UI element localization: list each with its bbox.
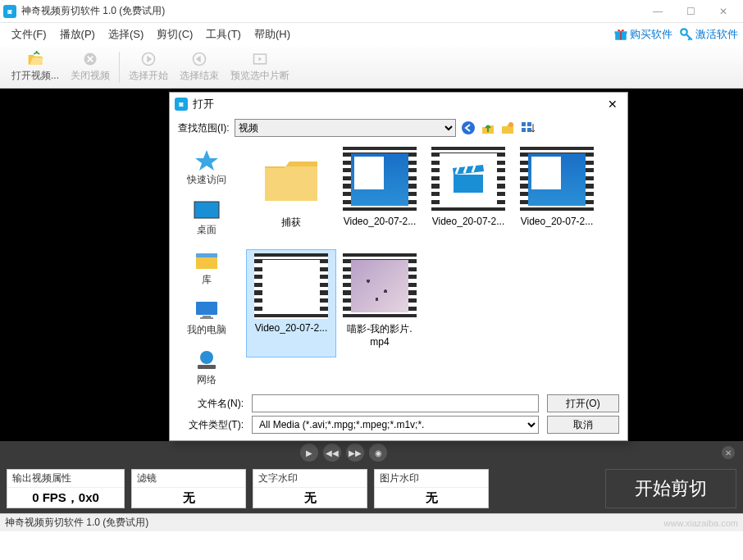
filter-header: 滤镜 <box>132 470 245 488</box>
output-props-header: 输出视频属性 <box>7 470 124 488</box>
cancel-button[interactable]: 取消 <box>547 416 619 434</box>
close-button[interactable]: ✕ <box>707 1 740 22</box>
file-item[interactable]: Video_20-07-2... <box>424 143 513 250</box>
transport-bar: ▶ ◀◀ ▶▶ ◉ ✕ <box>0 441 743 464</box>
file-item[interactable]: Video_20-07-2... <box>513 143 601 250</box>
menu-cut[interactable]: 剪切(C) <box>150 27 199 42</box>
video-thumbnail <box>343 253 417 319</box>
minimize-button[interactable]: — <box>641 1 674 22</box>
svg-rect-12 <box>522 122 526 126</box>
close-video-label: 关闭视频 <box>71 69 110 83</box>
svg-rect-23 <box>198 365 216 369</box>
computer-icon <box>193 298 221 321</box>
new-folder-icon[interactable] <box>500 121 515 135</box>
activate-label: 激活软件 <box>695 27 738 42</box>
preview-label: 预览选中片断 <box>230 69 289 83</box>
dialog-titlebar: ◙ 打开 ✕ <box>170 93 627 116</box>
place-libraries[interactable]: 库 <box>174 245 239 290</box>
svg-rect-20 <box>203 316 211 317</box>
svg-rect-21 <box>200 317 213 319</box>
menubar: 文件(F) 播放(P) 选择(S) 剪切(C) 工具(T) 帮助(H) 购买软件… <box>0 23 743 46</box>
file-item[interactable]: 喵影-我的影片.mp4 <box>335 250 424 357</box>
dialog-close-button[interactable]: ✕ <box>603 98 622 111</box>
key-icon <box>679 27 694 42</box>
file-name: Video_20-07-2... <box>255 322 328 334</box>
filetype-select[interactable]: All Media (*.avi;*.mpg;*.mpeg;*.m1v;*. <box>252 416 539 434</box>
play-button[interactable]: ▶ <box>300 444 318 462</box>
menu-tools[interactable]: 工具(T) <box>199 27 248 42</box>
output-props-panel[interactable]: 输出视频属性 0 FPS，0x0 <box>7 469 125 508</box>
open-video-label: 打开视频... <box>11 69 59 83</box>
place-desktop[interactable]: 桌面 <box>174 195 239 240</box>
menu-file[interactable]: 文件(F) <box>5 27 53 42</box>
file-name: 捕获 <box>281 216 301 230</box>
file-item[interactable]: Video_20-07-2... <box>247 250 335 357</box>
file-list[interactable]: 捕获Video_20-07-2...Video_20-07-2...Video_… <box>244 140 627 388</box>
filename-input[interactable] <box>252 394 539 412</box>
place-quick-access[interactable]: 快速访问 <box>174 145 239 190</box>
menu-play[interactable]: 播放(P) <box>53 27 102 42</box>
svg-rect-15 <box>527 128 531 132</box>
video-thumbnail <box>254 253 328 319</box>
image-watermark-header: 图片水印 <box>375 470 488 488</box>
desktop-icon <box>193 198 221 221</box>
star-icon <box>193 148 221 171</box>
clapboard-icon <box>450 165 486 194</box>
filter-panel[interactable]: 滤镜 无 <box>131 469 246 508</box>
preview-button[interactable]: 预览选中片断 <box>226 49 294 84</box>
menu-select[interactable]: 选择(S) <box>102 27 150 42</box>
forward-button[interactable]: ▶▶ <box>346 444 364 462</box>
bottom-panel-row: 输出视频属性 0 FPS，0x0 滤镜 无 文字水印 无 图片水印 无 开始剪切 <box>0 464 743 513</box>
dialog-title: 打开 <box>193 97 214 112</box>
svg-rect-13 <box>527 122 531 126</box>
place-label: 库 <box>202 273 212 287</box>
file-item[interactable]: Video_20-07-2... <box>335 143 424 250</box>
filetype-label: 文件类型(T): <box>178 418 244 432</box>
close-video-button[interactable]: 关闭视频 <box>66 49 115 84</box>
open-file-dialog: ◙ 打开 ✕ 查找范围(I): 视频 快速访问 桌面 库 <box>169 92 628 441</box>
view-mode-icon[interactable] <box>520 121 535 135</box>
video-thumbnail <box>343 147 417 212</box>
lookin-select[interactable]: 视频 <box>235 119 456 137</box>
text-watermark-panel[interactable]: 文字水印 无 <box>253 469 367 508</box>
activate-button[interactable]: 激活软件 <box>679 27 738 42</box>
folder-item[interactable]: 捕获 <box>247 143 335 250</box>
place-label: 我的电脑 <box>187 323 226 337</box>
select-end-button[interactable]: 选择结束 <box>175 49 224 84</box>
rewind-button[interactable]: ◀◀ <box>323 444 341 462</box>
output-props-value: 0 FPS，0x0 <box>7 488 124 508</box>
menu-help[interactable]: 帮助(H) <box>248 27 297 42</box>
filename-label: 文件名(N): <box>178 397 244 411</box>
places-bar: 快速访问 桌面 库 我的电脑 网络 <box>170 140 244 388</box>
svg-line-5 <box>688 39 690 40</box>
svg-rect-16 <box>194 202 219 218</box>
open-button[interactable]: 打开(O) <box>547 394 619 412</box>
svg-rect-19 <box>196 302 217 315</box>
svg-rect-2 <box>620 31 622 40</box>
buy-label: 购买软件 <box>630 27 672 42</box>
transport-close-icon[interactable]: ✕ <box>722 446 735 459</box>
marker-end-icon <box>191 51 207 67</box>
titlebar: ◙ 神奇视频剪切软件 1.0 (免费试用) — ☐ ✕ <box>0 0 743 23</box>
start-cut-button[interactable]: 开始剪切 <box>605 469 736 508</box>
open-video-button[interactable]: 打开视频... <box>7 49 64 84</box>
svg-point-11 <box>508 122 513 127</box>
place-label: 快速访问 <box>187 173 226 187</box>
window-title: 神奇视频剪切软件 1.0 (免费试用) <box>21 4 165 18</box>
file-name: 喵影-我的影片. <box>347 322 412 336</box>
select-start-button[interactable]: 选择开始 <box>124 49 173 84</box>
up-icon[interactable] <box>481 121 495 135</box>
lookin-label: 查找范围(I): <box>178 121 230 135</box>
marker-start-icon <box>140 51 157 67</box>
buy-button[interactable]: 购买软件 <box>613 27 672 42</box>
maximize-button[interactable]: ☐ <box>674 1 707 22</box>
image-watermark-value: 无 <box>375 488 488 508</box>
text-watermark-value: 无 <box>253 488 367 508</box>
site-watermark: www.xiazaiba.com <box>664 518 738 528</box>
place-network[interactable]: 网络 <box>174 345 239 390</box>
image-watermark-panel[interactable]: 图片水印 无 <box>374 469 489 508</box>
place-this-pc[interactable]: 我的电脑 <box>174 295 239 340</box>
dialog-app-icon: ◙ <box>175 98 188 111</box>
snapshot-button[interactable]: ◉ <box>369 444 387 462</box>
back-icon[interactable] <box>461 121 476 135</box>
